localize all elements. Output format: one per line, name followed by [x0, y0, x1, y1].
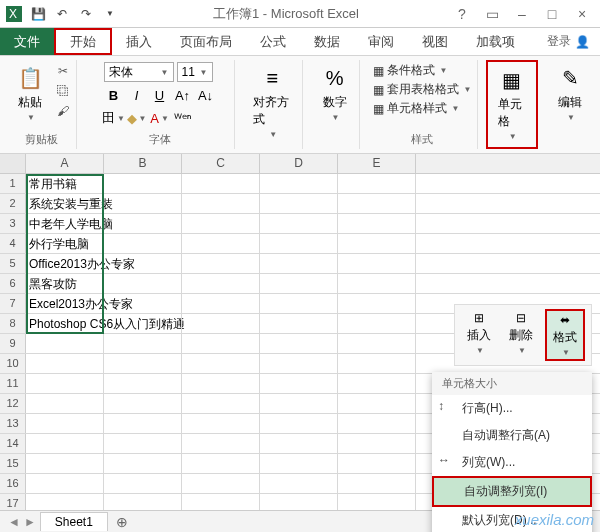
cell[interactable] [182, 254, 260, 273]
tab-view[interactable]: 视图 [408, 28, 462, 55]
col-header[interactable]: D [260, 154, 338, 173]
cell[interactable] [182, 354, 260, 373]
cell[interactable] [338, 494, 416, 510]
cell[interactable] [104, 414, 182, 433]
cell[interactable] [26, 354, 104, 373]
cell[interactable] [26, 494, 104, 510]
cell[interactable] [104, 454, 182, 473]
row-header[interactable]: 7 [0, 294, 26, 313]
row-header[interactable]: 6 [0, 274, 26, 293]
tab-insert[interactable]: 插入 [112, 28, 166, 55]
add-sheet-button[interactable]: ⊕ [112, 512, 132, 532]
fill-color-button[interactable]: ◆▼ [127, 108, 147, 128]
cell[interactable] [104, 354, 182, 373]
cell[interactable]: 外行学电脑 [26, 234, 104, 253]
row-header[interactable]: 8 [0, 314, 26, 333]
cell[interactable] [260, 294, 338, 313]
cell[interactable] [182, 314, 260, 333]
cell[interactable] [104, 254, 182, 273]
cell[interactable] [260, 454, 338, 473]
cell-style-button[interactable]: ▦单元格样式▼ [373, 100, 472, 117]
cell[interactable] [26, 454, 104, 473]
copy-icon[interactable]: ⿻ [54, 82, 72, 100]
ribbon-collapse-icon[interactable]: ▭ [478, 4, 506, 24]
cell[interactable] [260, 414, 338, 433]
cell[interactable] [104, 394, 182, 413]
cell[interactable] [338, 354, 416, 373]
tab-file[interactable]: 文件 [0, 28, 54, 55]
row-header[interactable]: 10 [0, 354, 26, 373]
tab-addins[interactable]: 加载项 [462, 28, 529, 55]
row-header[interactable]: 5 [0, 254, 26, 273]
redo-icon[interactable]: ↷ [76, 4, 96, 24]
qat-dropdown-icon[interactable]: ▼ [100, 4, 120, 24]
select-all-corner[interactable] [0, 154, 26, 173]
cell[interactable] [26, 374, 104, 393]
cell[interactable] [26, 394, 104, 413]
cell[interactable] [260, 234, 338, 253]
cell[interactable] [182, 494, 260, 510]
cell[interactable] [260, 254, 338, 273]
cell[interactable] [338, 194, 416, 213]
cell[interactable] [338, 254, 416, 273]
undo-icon[interactable]: ↶ [52, 4, 72, 24]
cell[interactable] [338, 414, 416, 433]
cell[interactable]: Photoshop CS6从入门到精通 [26, 314, 104, 333]
cell[interactable] [338, 234, 416, 253]
cell[interactable] [338, 294, 416, 313]
save-icon[interactable]: 💾 [28, 4, 48, 24]
format-cells-button[interactable]: ⬌格式▼ [545, 309, 585, 361]
cell[interactable]: 常用书籍 [26, 174, 104, 193]
insert-cells-button[interactable]: ⊞插入▼ [461, 309, 497, 361]
font-name-select[interactable]: 宋体▼ [104, 62, 174, 82]
row-header[interactable]: 4 [0, 234, 26, 253]
border-button[interactable]: 田▼ [104, 108, 124, 128]
cell[interactable]: Office2013办公专家 [26, 254, 104, 273]
cell[interactable] [104, 434, 182, 453]
cell[interactable]: 黑客攻防 [26, 274, 104, 293]
col-header[interactable]: B [104, 154, 182, 173]
cell[interactable] [338, 454, 416, 473]
cell[interactable] [182, 394, 260, 413]
col-header[interactable]: E [338, 154, 416, 173]
sheet-nav-prev-icon[interactable]: ◄ [8, 515, 20, 529]
tab-home[interactable]: 开始 [54, 28, 112, 55]
cells-button[interactable]: ▦ 单元格 ▼ [492, 64, 532, 143]
login-link[interactable]: 登录👤 [537, 28, 600, 55]
conditional-format-button[interactable]: ▦条件格式▼ [373, 62, 472, 79]
format-painter-icon[interactable]: 🖌 [54, 102, 72, 120]
minimize-button[interactable]: – [508, 4, 536, 24]
alignment-button[interactable]: ≡ 对齐方式 ▼ [247, 62, 298, 141]
editing-button[interactable]: ✎ 编辑 ▼ [550, 62, 590, 124]
cell[interactable] [26, 434, 104, 453]
cell[interactable] [260, 334, 338, 353]
cell[interactable] [104, 374, 182, 393]
increase-font-button[interactable]: A↑ [173, 85, 193, 105]
cell[interactable] [338, 314, 416, 333]
row-header[interactable]: 12 [0, 394, 26, 413]
cell[interactable] [104, 314, 182, 333]
cell[interactable] [104, 174, 182, 193]
cut-icon[interactable]: ✂ [54, 62, 72, 80]
decrease-font-button[interactable]: A↓ [196, 85, 216, 105]
cell[interactable] [260, 194, 338, 213]
cell[interactable] [182, 374, 260, 393]
col-header[interactable]: C [182, 154, 260, 173]
help-icon[interactable]: ? [448, 4, 476, 24]
cell[interactable] [182, 434, 260, 453]
cell[interactable] [260, 314, 338, 333]
row-header[interactable]: 14 [0, 434, 26, 453]
number-format-button[interactable]: % 数字 ▼ [315, 62, 355, 124]
cell[interactable] [182, 274, 260, 293]
cell[interactable] [26, 414, 104, 433]
cell[interactable] [260, 374, 338, 393]
menu-col-width[interactable]: ↔列宽(W)... [432, 449, 592, 476]
menu-autofit-column[interactable]: 自动调整列宽(I) [432, 476, 592, 507]
cell[interactable] [182, 414, 260, 433]
cell[interactable] [338, 174, 416, 193]
cell[interactable] [104, 494, 182, 510]
table-format-button[interactable]: ▦套用表格格式▼ [373, 81, 472, 98]
cell[interactable] [182, 334, 260, 353]
col-header[interactable]: A [26, 154, 104, 173]
cell[interactable] [104, 234, 182, 253]
